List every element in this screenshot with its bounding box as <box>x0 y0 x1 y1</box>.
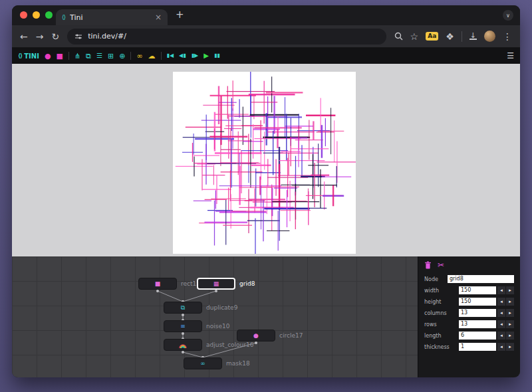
grid8-icon: ▦ <box>213 280 219 287</box>
length-decrement-button[interactable]: ◂ <box>497 332 505 340</box>
reload-button[interactable]: ↻ <box>51 32 59 41</box>
height-spinner: ◂▸ <box>497 298 514 306</box>
rainbow-icon <box>178 342 188 348</box>
zoom-icon[interactable] <box>394 32 403 41</box>
browser-tab[interactable]: ⟨⟩ Tini × <box>56 9 168 25</box>
address-bar[interactable]: tini.dev/#/ <box>67 29 386 45</box>
rect12-icon: ■ <box>155 280 161 287</box>
back-button[interactable]: ← <box>20 32 28 41</box>
rows-increment-button[interactable]: ▸ <box>506 320 514 328</box>
columns-decrement-button[interactable]: ◂ <box>497 309 505 317</box>
bookmark-star-icon[interactable]: ☆ <box>410 32 419 41</box>
property-row-width: width150◂▸ <box>424 286 514 294</box>
property-label-thickness: thickness <box>424 344 459 350</box>
extensions-icon[interactable]: ❖ <box>446 32 454 41</box>
circle17-icon: ● <box>253 332 259 339</box>
circle-tool-icon[interactable]: ● <box>45 52 51 60</box>
node-noise10[interactable]: ≡ <box>164 320 202 332</box>
property-row-rows: rows13◂▸ <box>424 320 514 328</box>
tab-strip: ⟨⟩ Tini × + ∨ <box>12 5 520 25</box>
columns-input[interactable]: 13 <box>459 309 496 317</box>
thickness-decrement-button[interactable]: ◂ <box>497 343 505 351</box>
cut-node-button[interactable]: ✂ <box>438 261 444 269</box>
browser-menu-icon[interactable]: ⋮ <box>503 32 512 41</box>
width-input[interactable]: 150 <box>459 286 496 294</box>
thickness-input[interactable]: 1 <box>459 343 496 351</box>
thickness-increment-button[interactable]: ▸ <box>506 343 514 351</box>
columns-increment-button[interactable]: ▸ <box>506 309 514 317</box>
maximize-window-icon[interactable] <box>45 11 53 19</box>
app-toolbar: ⟨⟩ TINI ●■⋔⧉☰⊞⊕∞☁▮◀◀▮▮▶▶▮▮ ☰ <box>12 48 520 64</box>
profile-avatar[interactable] <box>484 31 495 42</box>
close-window-icon[interactable] <box>20 11 27 19</box>
artwork-svg <box>173 72 356 254</box>
height-decrement-button[interactable]: ◂ <box>497 298 505 306</box>
reader-mode-badge[interactable]: Aa <box>426 32 438 41</box>
delete-node-button[interactable] <box>424 261 432 269</box>
property-row-length: length6◂▸ <box>424 332 514 340</box>
glasses-tool-icon[interactable]: ∞ <box>136 52 142 60</box>
rows-input[interactable]: 13 <box>459 320 496 328</box>
graph-tool-icon[interactable]: ⋔ <box>74 52 80 60</box>
property-row-height: height150◂▸ <box>424 298 514 306</box>
forward-button[interactable]: → <box>36 32 44 41</box>
properties-panel: ✂ Nodegrid8width150◂▸height150◂▸columns1… <box>418 256 520 377</box>
noise10-icon: ≡ <box>180 323 186 330</box>
height-increment-button[interactable]: ▸ <box>506 298 514 306</box>
pause-icon[interactable]: ▮▮ <box>214 53 220 58</box>
node-grid8[interactable]: ▦ <box>197 278 235 290</box>
node-label-duplicate9: duplicate9 <box>206 304 237 311</box>
toolbar-divider <box>68 52 69 60</box>
desktop-background: ⟨⟩ Tini × + ∨ ← → ↻ tini.dev/#/ <box>0 0 532 392</box>
tab-favicon-icon: ⟨⟩ <box>62 14 65 21</box>
node-editor[interactable]: ■rect12▦grid8⧉duplicate9≡noise10adjust_c… <box>12 256 520 377</box>
length-increment-button[interactable]: ▸ <box>506 332 514 340</box>
duplicate9-icon: ⧉ <box>181 304 185 312</box>
columns-spinner: ◂▸ <box>497 309 514 317</box>
downloads-icon[interactable]: ↓ <box>469 33 477 40</box>
app-toolbar-tools: ●■⋔⧉☰⊞⊕∞☁▮◀◀▮▮▶▶▮▮ <box>45 52 220 60</box>
navbar-divider <box>462 31 462 42</box>
skip-start-icon[interactable]: ▮◀ <box>167 53 174 58</box>
node-label-mask18: mask18 <box>226 360 250 367</box>
node-label-adjust_colour16: adjust_colour16 <box>206 342 253 348</box>
width-increment-button[interactable]: ▸ <box>506 286 514 294</box>
target-tool-icon[interactable]: ⊕ <box>119 52 125 60</box>
rows-decrement-button[interactable]: ◂ <box>497 320 505 328</box>
step-back-icon[interactable]: ◀▮ <box>179 53 186 58</box>
tab-list-chevron-icon[interactable]: ∨ <box>503 10 513 21</box>
navbar-actions: ☆ Aa ❖ ↓ ⋮ <box>394 31 512 42</box>
length-spinner: ◂▸ <box>497 332 514 340</box>
tab-close-icon[interactable]: × <box>155 13 162 22</box>
node-adjust_colour16[interactable] <box>164 339 202 351</box>
node-mask18[interactable]: ∞ <box>184 357 222 369</box>
node-circle17[interactable]: ● <box>237 330 275 342</box>
property-label-node: Node <box>424 276 448 282</box>
length-input[interactable]: 6 <box>459 332 496 340</box>
new-tab-button[interactable]: + <box>176 9 184 21</box>
node-duplicate9[interactable]: ⧉ <box>164 302 202 314</box>
width-decrement-button[interactable]: ◂ <box>497 286 505 294</box>
cloud-tool-icon[interactable]: ☁ <box>148 52 156 60</box>
properties-fields: Nodegrid8width150◂▸height150◂▸columns13◂… <box>424 275 514 351</box>
node-input[interactable]: grid8 <box>448 275 514 283</box>
site-settings-icon[interactable] <box>74 33 82 41</box>
property-row-thickness: thickness1◂▸ <box>424 343 514 351</box>
step-forward-icon[interactable]: ▮▶ <box>192 53 199 58</box>
node-label-noise10: noise10 <box>206 323 229 330</box>
play-icon[interactable]: ▶ <box>203 52 209 59</box>
add-frame-tool-icon[interactable]: ⊞ <box>108 52 114 60</box>
list-tool-icon[interactable]: ☰ <box>96 52 102 59</box>
mask18-icon: ∞ <box>200 360 205 367</box>
property-label-rows: rows <box>424 322 459 328</box>
toolbar-divider <box>130 52 131 60</box>
duplicate-tool-icon[interactable]: ⧉ <box>86 52 91 60</box>
height-input[interactable]: 150 <box>459 298 496 306</box>
square-tool-icon[interactable]: ■ <box>56 52 63 60</box>
property-label-length: length <box>424 333 459 339</box>
minimize-window-icon[interactable] <box>33 11 40 19</box>
artwork-canvas[interactable] <box>173 72 356 254</box>
app-menu-icon[interactable]: ☰ <box>507 51 514 60</box>
node-rect12[interactable]: ■ <box>138 278 177 290</box>
toolbar-divider <box>161 52 162 60</box>
